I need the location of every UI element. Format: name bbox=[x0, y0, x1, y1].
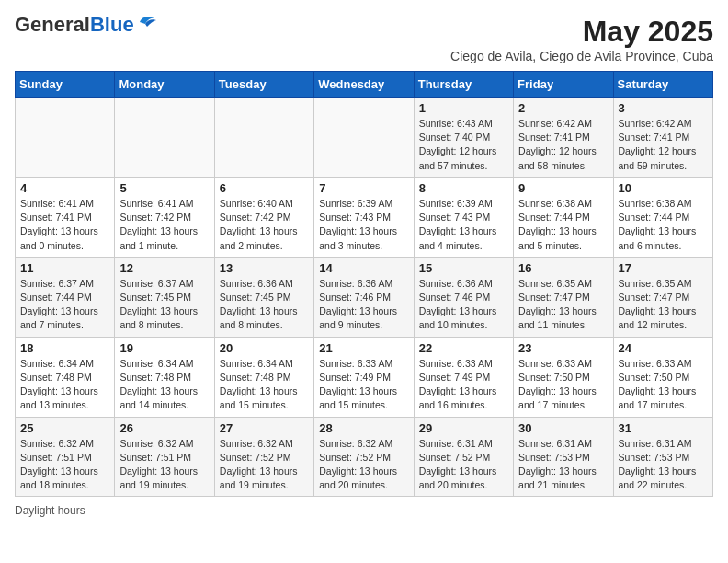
calendar-table: SundayMondayTuesdayWednesdayThursdayFrid… bbox=[15, 71, 713, 497]
day-info: Sunrise: 6:36 AM Sunset: 7:46 PM Dayligh… bbox=[319, 277, 408, 333]
day-info: Sunrise: 6:36 AM Sunset: 7:45 PM Dayligh… bbox=[220, 277, 309, 333]
calendar-week-row: 25Sunrise: 6:32 AM Sunset: 7:51 PM Dayli… bbox=[16, 417, 713, 497]
day-info: Sunrise: 6:35 AM Sunset: 7:47 PM Dayligh… bbox=[619, 277, 708, 333]
day-number: 21 bbox=[319, 341, 408, 355]
day-number: 15 bbox=[419, 261, 508, 275]
day-number: 19 bbox=[119, 341, 209, 355]
day-number: 8 bbox=[419, 181, 508, 195]
day-number: 14 bbox=[319, 261, 408, 275]
calendar-cell: 8Sunrise: 6:39 AM Sunset: 7:43 PM Daylig… bbox=[414, 177, 513, 257]
day-number: 9 bbox=[518, 181, 608, 195]
calendar-cell: 26Sunrise: 6:32 AM Sunset: 7:51 PM Dayli… bbox=[115, 417, 214, 497]
day-number: 18 bbox=[20, 341, 109, 355]
header: GeneralBlue May 2025 Ciego de Avila, Cie… bbox=[15, 15, 713, 63]
day-info: Sunrise: 6:32 AM Sunset: 7:51 PM Dayligh… bbox=[20, 437, 109, 493]
calendar-cell: 4Sunrise: 6:41 AM Sunset: 7:41 PM Daylig… bbox=[16, 177, 115, 257]
calendar-cell: 24Sunrise: 6:33 AM Sunset: 7:50 PM Dayli… bbox=[613, 337, 712, 417]
day-number: 22 bbox=[419, 341, 508, 355]
day-info: Sunrise: 6:42 AM Sunset: 7:41 PM Dayligh… bbox=[518, 117, 608, 173]
calendar-cell: 27Sunrise: 6:32 AM Sunset: 7:52 PM Dayli… bbox=[214, 417, 313, 497]
day-number: 20 bbox=[220, 341, 309, 355]
calendar-cell: 2Sunrise: 6:42 AM Sunset: 7:41 PM Daylig… bbox=[514, 98, 613, 178]
day-number: 11 bbox=[20, 261, 109, 275]
day-number: 10 bbox=[619, 181, 708, 195]
calendar-header-row: SundayMondayTuesdayWednesdayThursdayFrid… bbox=[16, 72, 713, 98]
day-info: Sunrise: 6:35 AM Sunset: 7:47 PM Dayligh… bbox=[518, 277, 608, 333]
calendar-cell: 9Sunrise: 6:38 AM Sunset: 7:44 PM Daylig… bbox=[514, 177, 613, 257]
calendar-week-row: 4Sunrise: 6:41 AM Sunset: 7:41 PM Daylig… bbox=[16, 177, 713, 257]
day-info: Sunrise: 6:33 AM Sunset: 7:49 PM Dayligh… bbox=[319, 357, 408, 413]
calendar-cell: 3Sunrise: 6:42 AM Sunset: 7:41 PM Daylig… bbox=[613, 98, 712, 178]
calendar-cell: 11Sunrise: 6:37 AM Sunset: 7:44 PM Dayli… bbox=[16, 257, 115, 337]
day-number: 1 bbox=[419, 101, 508, 115]
calendar-cell bbox=[16, 98, 115, 178]
day-info: Sunrise: 6:31 AM Sunset: 7:53 PM Dayligh… bbox=[518, 437, 608, 493]
calendar-title: May 2025 bbox=[450, 15, 713, 49]
calendar-cell: 17Sunrise: 6:35 AM Sunset: 7:47 PM Dayli… bbox=[613, 257, 712, 337]
daylight-hours-label: Daylight hours bbox=[15, 504, 85, 517]
calendar-cell bbox=[314, 98, 414, 178]
calendar-cell: 12Sunrise: 6:37 AM Sunset: 7:45 PM Dayli… bbox=[115, 257, 214, 337]
day-info: Sunrise: 6:39 AM Sunset: 7:43 PM Dayligh… bbox=[319, 197, 408, 253]
day-number: 27 bbox=[220, 421, 309, 435]
day-number: 24 bbox=[619, 341, 708, 355]
day-info: Sunrise: 6:32 AM Sunset: 7:51 PM Dayligh… bbox=[119, 437, 209, 493]
header-day-saturday: Saturday bbox=[613, 72, 712, 98]
calendar-cell: 19Sunrise: 6:34 AM Sunset: 7:48 PM Dayli… bbox=[115, 337, 214, 417]
day-info: Sunrise: 6:33 AM Sunset: 7:50 PM Dayligh… bbox=[518, 357, 608, 413]
day-number: 6 bbox=[220, 181, 309, 195]
day-number: 5 bbox=[119, 181, 209, 195]
calendar-cell: 29Sunrise: 6:31 AM Sunset: 7:52 PM Dayli… bbox=[414, 417, 513, 497]
day-number: 25 bbox=[20, 421, 109, 435]
day-info: Sunrise: 6:31 AM Sunset: 7:52 PM Dayligh… bbox=[419, 437, 508, 493]
header-day-monday: Monday bbox=[115, 72, 214, 98]
day-info: Sunrise: 6:34 AM Sunset: 7:48 PM Dayligh… bbox=[220, 357, 309, 413]
day-info: Sunrise: 6:32 AM Sunset: 7:52 PM Dayligh… bbox=[319, 437, 408, 493]
header-day-thursday: Thursday bbox=[414, 72, 513, 98]
logo-general: General bbox=[15, 13, 90, 36]
day-number: 29 bbox=[419, 421, 508, 435]
day-info: Sunrise: 6:41 AM Sunset: 7:42 PM Dayligh… bbox=[119, 197, 209, 253]
day-number: 28 bbox=[319, 421, 408, 435]
day-info: Sunrise: 6:38 AM Sunset: 7:44 PM Dayligh… bbox=[518, 197, 608, 253]
day-number: 16 bbox=[518, 261, 608, 275]
day-number: 31 bbox=[619, 421, 708, 435]
day-info: Sunrise: 6:42 AM Sunset: 7:41 PM Dayligh… bbox=[619, 117, 708, 173]
header-day-tuesday: Tuesday bbox=[214, 72, 313, 98]
day-info: Sunrise: 6:39 AM Sunset: 7:43 PM Dayligh… bbox=[419, 197, 508, 253]
title-area: May 2025 Ciego de Avila, Ciego de Avila … bbox=[450, 15, 713, 63]
calendar-cell: 25Sunrise: 6:32 AM Sunset: 7:51 PM Dayli… bbox=[16, 417, 115, 497]
calendar-cell: 21Sunrise: 6:33 AM Sunset: 7:49 PM Dayli… bbox=[314, 337, 414, 417]
day-number: 26 bbox=[119, 421, 209, 435]
calendar-cell: 1Sunrise: 6:43 AM Sunset: 7:40 PM Daylig… bbox=[414, 98, 513, 178]
day-number: 13 bbox=[220, 261, 309, 275]
calendar-cell: 13Sunrise: 6:36 AM Sunset: 7:45 PM Dayli… bbox=[214, 257, 313, 337]
calendar-cell: 31Sunrise: 6:31 AM Sunset: 7:53 PM Dayli… bbox=[613, 417, 712, 497]
header-day-sunday: Sunday bbox=[16, 72, 115, 98]
day-info: Sunrise: 6:43 AM Sunset: 7:40 PM Dayligh… bbox=[419, 117, 508, 173]
day-info: Sunrise: 6:40 AM Sunset: 7:42 PM Dayligh… bbox=[220, 197, 309, 253]
calendar-subtitle: Ciego de Avila, Ciego de Avila Province,… bbox=[450, 49, 713, 63]
day-number: 3 bbox=[619, 101, 708, 115]
calendar-cell: 14Sunrise: 6:36 AM Sunset: 7:46 PM Dayli… bbox=[314, 257, 414, 337]
calendar-cell: 22Sunrise: 6:33 AM Sunset: 7:49 PM Dayli… bbox=[414, 337, 513, 417]
day-info: Sunrise: 6:38 AM Sunset: 7:44 PM Dayligh… bbox=[619, 197, 708, 253]
day-info: Sunrise: 6:37 AM Sunset: 7:44 PM Dayligh… bbox=[20, 277, 109, 333]
calendar-cell: 28Sunrise: 6:32 AM Sunset: 7:52 PM Dayli… bbox=[314, 417, 414, 497]
day-info: Sunrise: 6:34 AM Sunset: 7:48 PM Dayligh… bbox=[119, 357, 209, 413]
footer: Daylight hours bbox=[15, 504, 713, 517]
day-info: Sunrise: 6:31 AM Sunset: 7:53 PM Dayligh… bbox=[619, 437, 708, 493]
day-info: Sunrise: 6:33 AM Sunset: 7:49 PM Dayligh… bbox=[419, 357, 508, 413]
day-number: 23 bbox=[518, 341, 608, 355]
calendar-cell: 5Sunrise: 6:41 AM Sunset: 7:42 PM Daylig… bbox=[115, 177, 214, 257]
calendar-cell bbox=[214, 98, 313, 178]
logo: GeneralBlue bbox=[15, 15, 158, 35]
calendar-cell: 6Sunrise: 6:40 AM Sunset: 7:42 PM Daylig… bbox=[214, 177, 313, 257]
day-info: Sunrise: 6:36 AM Sunset: 7:46 PM Dayligh… bbox=[419, 277, 508, 333]
calendar-week-row: 1Sunrise: 6:43 AM Sunset: 7:40 PM Daylig… bbox=[16, 98, 713, 178]
header-day-wednesday: Wednesday bbox=[314, 72, 414, 98]
calendar-cell: 7Sunrise: 6:39 AM Sunset: 7:43 PM Daylig… bbox=[314, 177, 414, 257]
calendar-cell: 20Sunrise: 6:34 AM Sunset: 7:48 PM Dayli… bbox=[214, 337, 313, 417]
calendar-cell: 16Sunrise: 6:35 AM Sunset: 7:47 PM Dayli… bbox=[514, 257, 613, 337]
day-number: 4 bbox=[20, 181, 109, 195]
